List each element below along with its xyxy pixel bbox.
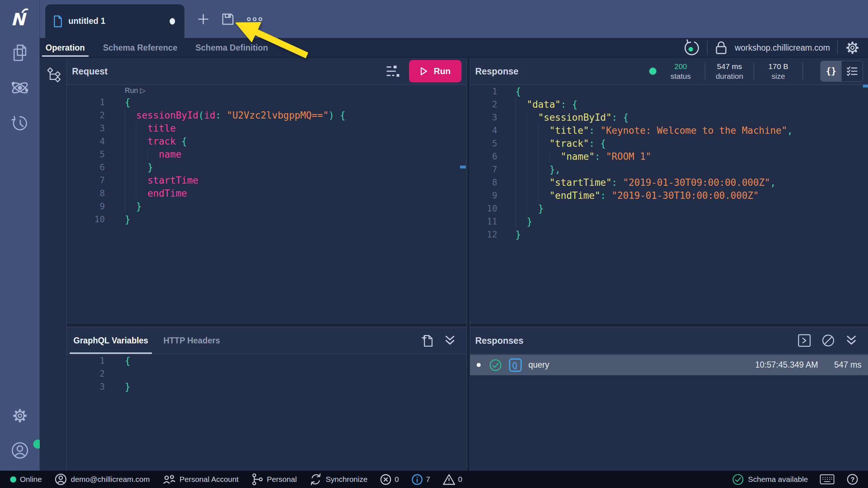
help-icon[interactable]: ? [846,473,859,485]
code-text[interactable]: } [515,228,521,241]
open-response-in-editor-icon[interactable] [797,333,812,348]
code-text[interactable]: "endTime": "2019-01-30T10:00:00.000Z" [515,189,759,202]
code-line[interactable]: 8 "startTime": "2019-01-30T09:00:00.000Z… [470,176,868,189]
tab-operation[interactable]: Operation [43,38,87,57]
code-text[interactable]: title [125,122,176,135]
code-line[interactable]: 6 "name": "ROOM 1" [470,150,868,163]
code-text[interactable]: "sessionById": { [515,111,629,124]
prettify-icon[interactable] [386,65,400,77]
app-logo-icon[interactable]: N [0,8,40,30]
code-line[interactable]: 3} [67,380,467,393]
endpoint-url[interactable]: workshop.chillicream.com [735,43,830,53]
code-text[interactable]: { [515,85,521,98]
code-text[interactable]: } [515,215,532,228]
user-avatar-icon[interactable] [0,442,40,459]
json-view-button[interactable]: {} [821,61,842,81]
code-line[interactable]: 5 name [67,148,467,161]
code-text[interactable]: name [125,148,182,161]
code-line[interactable]: 1{ [67,354,467,367]
code-text[interactable]: "title": "Keynote: Welcome to the Machin… [515,124,793,137]
response-list-item[interactable]: Q query 10:57:45.349 AM 547 ms [470,355,868,375]
schema-reload-icon[interactable] [683,39,700,56]
code-line[interactable]: 2 "data": { [470,98,868,111]
request-editor[interactable]: Run ▷ 1{2 sessionById(id: "U2Vzc2lvbgppM… [67,85,467,323]
code-line[interactable]: 3 "sessionById": { [470,111,868,124]
code-line[interactable]: 5 "track": { [470,137,868,150]
code-line[interactable]: 4 track { [67,135,467,148]
settings-gear-icon[interactable] [0,407,40,424]
code-line[interactable]: 7 startTime [67,174,467,187]
code-text[interactable]: "name": "ROOM 1" [515,150,651,163]
documents-icon[interactable] [0,43,40,63]
document-tab-untitled-1[interactable]: untitled 1 [45,4,184,38]
code-line[interactable]: 3 title [67,122,467,135]
tab-http-headers[interactable]: HTTP Headers [162,327,222,354]
duration-stat: 547 msduration [714,62,745,81]
code-line[interactable]: 1{ [470,85,868,98]
run-button[interactable]: Run [409,60,461,82]
code-text[interactable]: sessionById(id: "U2Vzc2lvbgppMQ==") { [125,109,346,122]
code-line[interactable]: 9 } [67,200,467,213]
history-icon[interactable] [0,114,40,132]
schema-status[interactable]: Schema available [732,473,808,486]
new-tab-button[interactable] [197,13,209,25]
graphql-explorer-icon[interactable] [0,77,40,98]
code-text[interactable]: }, [515,163,561,176]
code-text[interactable]: endTime [125,187,187,200]
response-panel: Response 200status 547 msduration 170 Bs… [470,58,868,471]
request-title: Request [72,66,108,77]
code-line[interactable]: 9 "endTime": "2019-01-30T10:00:00.000Z" [470,189,868,202]
variables-editor[interactable]: 1{23} [67,354,467,471]
code-text[interactable]: track { [125,135,187,148]
tab-graphql-variables[interactable]: GraphQL Variables [72,327,150,354]
more-options-icon[interactable] [247,17,263,21]
code-line[interactable]: 4 "title": "Keynote: Welcome to the Mach… [470,124,868,137]
online-status[interactable]: Online [10,475,42,484]
horizontal-splitter[interactable] [470,323,868,327]
code-line[interactable]: 10 } [470,202,868,215]
tab-schema-definition[interactable]: Schema Definition [193,38,270,57]
code-line[interactable]: 1{ [67,96,467,109]
code-text[interactable]: "data": { [515,98,578,111]
code-text[interactable]: "startTime": "2019-01-30T09:00:00.000Z", [515,176,776,189]
code-line[interactable]: 12} [470,228,868,241]
operations-tree-icon[interactable] [45,66,61,82]
code-text[interactable]: } [125,200,142,213]
code-text[interactable]: "track": { [515,137,606,150]
code-text[interactable]: } [515,202,544,215]
code-text[interactable]: } [125,161,153,174]
error-count[interactable]: 0 [380,474,399,485]
tab-schema-reference[interactable]: Schema Reference [101,38,180,57]
organization[interactable]: Personal Account [162,473,238,485]
connection-settings-gear-icon[interactable] [845,40,860,56]
code-line[interactable]: 2 [67,367,467,380]
copy-variables-icon[interactable] [421,333,434,348]
code-line[interactable]: 6 } [67,161,467,174]
keyboard-shortcuts-icon[interactable] [820,474,835,485]
response-viewer[interactable]: 1{2 "data": {3 "sessionById": {4 "title"… [470,85,868,323]
code-line[interactable]: 2 sessionById(id: "U2Vzc2lvbgppMQ==") { [67,109,467,122]
collapse-panel-chevrons-icon[interactable] [443,334,456,347]
list-view-button[interactable] [842,61,863,81]
code-line[interactable]: 10} [67,213,467,226]
code-line[interactable]: 11 } [470,215,868,228]
code-text[interactable]: { [125,354,131,367]
code-line[interactable]: 8 endTime [67,187,467,200]
warning-count[interactable]: 0 [443,474,463,485]
save-button[interactable] [221,13,234,26]
code-text[interactable]: { [125,96,131,109]
vertical-splitter[interactable] [467,58,470,471]
clear-responses-icon[interactable] [821,333,835,348]
horizontal-splitter[interactable] [67,323,467,327]
code-line[interactable]: 7 }, [470,163,868,176]
collapse-panel-chevrons-icon[interactable] [845,334,858,347]
info-count[interactable]: 7 [411,474,430,485]
code-lens-run[interactable]: Run ▷ [125,85,467,96]
account-email[interactable]: demo@chillicream.com [54,473,150,486]
workspace[interactable]: Personal [251,473,297,486]
code-text[interactable]: } [125,380,131,393]
synchronize[interactable]: Synchronize [309,473,368,486]
code-text[interactable]: startTime [125,174,199,187]
tab-bar: untitled 1 [40,0,868,38]
code-text[interactable]: } [125,213,131,226]
